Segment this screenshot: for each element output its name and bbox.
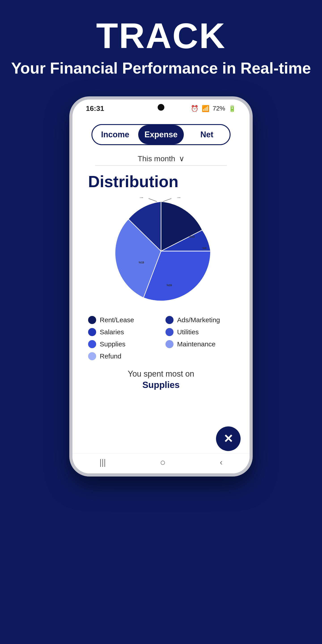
status-bar: 16:31 ⏰ 📶 72% 🔋: [72, 100, 250, 118]
legend-item-rent: Rent/Lease: [88, 316, 156, 324]
legend-label-utilities: Utilities: [177, 328, 199, 336]
pie-chart: %33 %9 %39 %18 %0 %0: [107, 198, 215, 305]
legend-dot-ads: [166, 316, 174, 324]
battery-label: 72%: [213, 105, 225, 112]
period-label: This month: [138, 154, 175, 163]
legend-item-supplies: Supplies: [88, 340, 156, 348]
wifi-icon: 📶: [202, 105, 210, 112]
bottom-nav: ||| ○ ‹: [72, 453, 250, 474]
legend: Rent/Lease Ads/Marketing Salaries Utilit…: [84, 316, 238, 360]
svg-text:%0: %0: [177, 198, 181, 198]
phone-frame: 16:31 ⏰ 📶 72% 🔋 Income Expense Net This …: [69, 96, 253, 476]
chevron-down-icon: ∨: [179, 154, 184, 163]
nav-recent-icon[interactable]: |||: [100, 458, 106, 467]
svg-text:%18: %18: [139, 261, 144, 264]
legend-label-maintenance: Maintenance: [177, 340, 216, 348]
legend-label-supplies: Supplies: [100, 340, 126, 348]
legend-label-rent: Rent/Lease: [100, 316, 134, 324]
insight-text: You spent most on: [128, 369, 194, 378]
nav-back-icon[interactable]: ‹: [220, 458, 222, 467]
svg-text:%33: %33: [189, 235, 194, 238]
tab-net[interactable]: Net: [184, 125, 230, 144]
phone-content: Income Expense Net This month ∨ Distribu…: [72, 118, 250, 453]
svg-text:%9: %9: [202, 247, 206, 250]
tab-income[interactable]: Income: [92, 125, 138, 144]
legend-label-salaries: Salaries: [100, 328, 124, 336]
legend-label-ads: Ads/Marketing: [177, 316, 220, 324]
legend-item-utilities: Utilities: [166, 328, 234, 336]
hero-subtitle: Your Financial Performance in Real-time: [11, 58, 311, 78]
legend-dot-utilities: [166, 328, 174, 336]
tab-bar: Income Expense Net: [92, 124, 231, 145]
section-divider: [95, 165, 227, 166]
legend-item-salaries: Salaries: [88, 328, 156, 336]
battery-icon: 🔋: [228, 105, 236, 112]
hero-section: TRACK Your Financial Performance in Real…: [2, 0, 320, 92]
insight-highlight: Supplies: [142, 380, 180, 390]
legend-dot-supplies: [88, 340, 96, 348]
tab-expense[interactable]: Expense: [138, 125, 184, 144]
camera-notch: [158, 104, 164, 111]
distribution-title: Distribution: [88, 172, 178, 191]
legend-dot-salaries: [88, 328, 96, 336]
legend-label-refund: Refund: [100, 352, 122, 360]
fab-button[interactable]: ✕: [216, 426, 240, 451]
hero-title: TRACK: [11, 18, 311, 54]
legend-dot-rent: [88, 316, 96, 324]
status-time: 16:31: [86, 104, 104, 113]
legend-item-maintenance: Maintenance: [166, 340, 234, 348]
legend-dot-refund: [88, 352, 96, 360]
legend-dot-maintenance: [166, 340, 174, 348]
svg-text:%39: %39: [166, 284, 172, 287]
alarm-icon: ⏰: [191, 105, 198, 112]
legend-item-ads: Ads/Marketing: [166, 316, 234, 324]
chart-container: %33 %9 %39 %18 %0 %0: [84, 198, 238, 305]
phone-wrapper: 16:31 ⏰ 📶 72% 🔋 Income Expense Net This …: [69, 96, 253, 476]
status-icons: ⏰ 📶 72% 🔋: [191, 105, 236, 112]
period-selector[interactable]: This month ∨: [138, 154, 184, 163]
svg-line-4: [149, 198, 157, 202]
svg-line-6: [163, 198, 171, 202]
fab-x-icon: ✕: [224, 432, 233, 446]
nav-home-icon[interactable]: ○: [160, 457, 166, 468]
legend-item-refund: Refund: [88, 352, 156, 360]
svg-text:%0: %0: [140, 198, 144, 198]
